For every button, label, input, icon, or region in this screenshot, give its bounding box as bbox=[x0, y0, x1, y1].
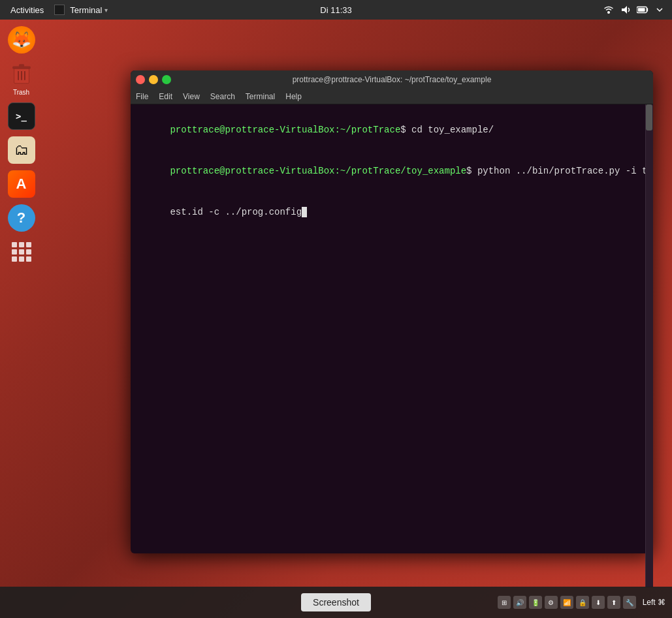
dock-item-help[interactable]: ? bbox=[6, 204, 37, 232]
system-clock: Di 11:33 bbox=[320, 5, 351, 15]
terminal-menu-arrow: ▾ bbox=[104, 7, 108, 14]
keyboard-layout: Left ⌘ bbox=[643, 598, 665, 607]
activities-button[interactable]: Activities bbox=[7, 4, 48, 16]
cursor bbox=[302, 207, 307, 217]
system-tray: ⊞ 🔊 🔋 ⚙ 📶 🔒 ⬇ ⬆ 🔧 Left ⌘ bbox=[498, 596, 665, 609]
dock-item-apps[interactable] bbox=[6, 238, 37, 266]
apps-grid-icon bbox=[8, 238, 35, 266]
svg-point-0 bbox=[607, 11, 610, 14]
volume-icon[interactable] bbox=[620, 4, 632, 16]
screenshot-button[interactable]: Screenshot bbox=[301, 593, 371, 611]
dock: Trash 🗂 A ? bbox=[0, 20, 42, 585]
top-bar-right bbox=[603, 4, 665, 16]
cmd-2: $ python ../bin/protTrace.py -i t bbox=[466, 166, 647, 176]
cmd-2-cont: est.id -c ../prog.config bbox=[170, 207, 302, 217]
maximize-button[interactable] bbox=[162, 75, 171, 84]
battery-icon[interactable] bbox=[637, 4, 648, 16]
menu-edit[interactable]: Edit bbox=[159, 92, 172, 101]
menu-search[interactable]: Search bbox=[210, 92, 235, 101]
bottom-bar: Screenshot ⊞ 🔊 🔋 ⚙ 📶 🔒 ⬇ ⬆ 🔧 Left ⌘ bbox=[0, 587, 672, 618]
terminal-title: prottrace@prottrace-VirtualBox: ~/protTr… bbox=[293, 75, 492, 84]
dock-item-firefox[interactable] bbox=[6, 26, 37, 54]
top-bar-left: Activities Terminal ▾ bbox=[7, 4, 108, 16]
terminal-line-1: prottrace@prottrace-VirtualBox:~/protTra… bbox=[137, 110, 647, 151]
terminal-menubar: File Edit View Search Terminal Help bbox=[131, 89, 653, 104]
files-icon: 🗂 bbox=[8, 136, 35, 164]
prompt-2: prottrace@prottrace-VirtualBox:~/protTra… bbox=[170, 166, 466, 176]
svg-marker-1 bbox=[622, 6, 627, 14]
tray-icon-2[interactable]: 🔊 bbox=[513, 596, 526, 609]
terminal-scrollbar[interactable] bbox=[645, 104, 653, 587]
menu-file[interactable]: File bbox=[136, 92, 148, 101]
tray-icon-7[interactable]: ⬇ bbox=[592, 596, 605, 609]
help-icon: ? bbox=[8, 204, 35, 232]
tray-icon-3[interactable]: 🔋 bbox=[529, 596, 542, 609]
tray-icon-6[interactable]: 🔒 bbox=[576, 596, 589, 609]
dock-item-appstore[interactable]: A bbox=[6, 170, 37, 198]
trash-icon bbox=[8, 60, 35, 87]
menu-view[interactable]: View bbox=[183, 92, 200, 101]
system-menu-icon[interactable] bbox=[654, 4, 665, 16]
top-bar: Activities Terminal ▾ Di 11:33 bbox=[0, 0, 672, 20]
terminal-body[interactable]: prottrace@prottrace-VirtualBox:~/protTra… bbox=[131, 104, 653, 553]
terminal-titlebar: prottrace@prottrace-VirtualBox: ~/protTr… bbox=[131, 70, 653, 89]
close-button[interactable] bbox=[136, 75, 145, 84]
terminal-menu-label: Terminal bbox=[70, 5, 102, 15]
terminal-icon bbox=[8, 102, 35, 130]
tray-icon-9[interactable]: 🔧 bbox=[623, 596, 636, 609]
dock-item-files[interactable]: 🗂 bbox=[6, 136, 37, 164]
terminal-menu[interactable]: Terminal ▾ bbox=[54, 5, 108, 15]
menu-terminal[interactable]: Terminal bbox=[246, 92, 275, 101]
appstore-icon: A bbox=[8, 170, 35, 198]
tray-icon-4[interactable]: ⚙ bbox=[545, 596, 558, 609]
tray-icon-1[interactable]: ⊞ bbox=[498, 596, 511, 609]
tray-icon-5[interactable]: 📶 bbox=[560, 596, 573, 609]
firefox-icon bbox=[8, 26, 35, 54]
scrollbar-thumb[interactable] bbox=[646, 104, 652, 131]
minimize-button[interactable] bbox=[149, 75, 158, 84]
dock-item-trash[interactable]: Trash bbox=[6, 60, 37, 96]
terminal-line-3: est.id -c ../prog.config bbox=[137, 192, 647, 233]
terminal-line-2: prottrace@prottrace-VirtualBox:~/protTra… bbox=[137, 151, 647, 192]
terminal-menu-icon bbox=[54, 5, 65, 15]
menu-help[interactable]: Help bbox=[285, 92, 302, 101]
prompt-1: prottrace@prottrace-VirtualBox:~/protTra… bbox=[170, 125, 400, 135]
tray-icon-8[interactable]: ⬆ bbox=[607, 596, 620, 609]
cmd-1: $ cd toy_example/ bbox=[400, 125, 494, 135]
svg-rect-7 bbox=[18, 64, 24, 67]
svg-rect-3 bbox=[647, 8, 648, 11]
network-icon[interactable] bbox=[603, 4, 615, 16]
svg-rect-4 bbox=[638, 8, 645, 11]
dock-item-terminal[interactable] bbox=[6, 102, 37, 130]
terminal-window: prottrace@prottrace-VirtualBox: ~/protTr… bbox=[131, 70, 653, 553]
trash-label: Trash bbox=[13, 89, 29, 96]
